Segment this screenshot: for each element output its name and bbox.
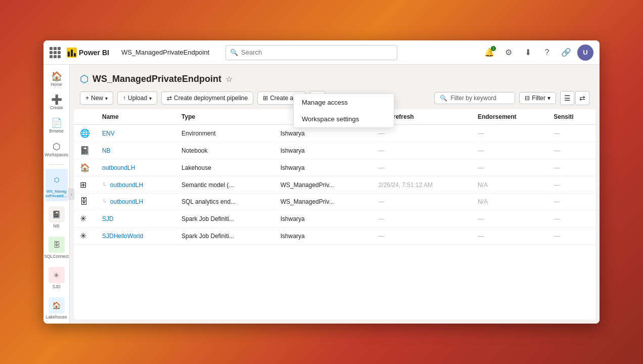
row-sensitivity-cell: — (547, 228, 595, 245)
row-owner-cell: Ishwarya (274, 210, 373, 228)
workspace-icon: ⬡ (80, 73, 88, 85)
row-icon-cell: 🌐 (74, 125, 96, 142)
sidebar-label-create: Create (50, 105, 63, 110)
row-owner-cell: Ishwarya (274, 159, 373, 176)
list-icon: ☰ (564, 94, 571, 102)
list-view-button[interactable]: ☰ (560, 91, 574, 105)
filter-input[interactable]: 🔍 Filter by keyword (434, 92, 515, 104)
nb-icon: 📓 (49, 206, 65, 222)
row-refresh-cell: — (373, 159, 472, 176)
lakehouse-icon: 🏠 (49, 297, 65, 313)
app-grid-icon[interactable] (50, 47, 61, 58)
sidebar-item-ws-main[interactable]: ⬡ WS_ManagedPrivateE... (45, 169, 68, 201)
sidebar-label-sjd: SJD (52, 284, 60, 289)
search-input[interactable] (241, 49, 393, 56)
item-type-icon: ✳ (80, 232, 86, 240)
sidebar-item-sjd[interactable]: ✳ SJD (45, 264, 68, 292)
row-endorsement-cell: — (472, 142, 547, 159)
settings-button[interactable]: ⚙ (500, 44, 517, 61)
items-table-container: Name Type Next refresh Endorsement Sensi… (74, 109, 595, 320)
help-button[interactable]: ? (539, 44, 555, 61)
row-name-cell: NB (96, 142, 175, 159)
share-button[interactable]: 🔗 (558, 44, 574, 61)
upload-label: Upload (128, 95, 147, 102)
col-header-name-label: Name (96, 109, 175, 125)
row-type-cell: SQL analytics end... (175, 194, 274, 210)
sidebar-item-browse[interactable]: 📄 Browse (45, 115, 68, 136)
item-name[interactable]: NB (102, 147, 111, 154)
dropdown-item-manage-access[interactable]: Manage access (294, 94, 394, 111)
sidebar-divider (49, 164, 65, 165)
filter-placeholder: Filter by keyword (450, 95, 496, 102)
row-refresh-cell: 2/26/24, 7:51:12 AM (373, 176, 472, 194)
search-box[interactable]: 🔍 (225, 45, 397, 60)
filter-button[interactable]: ⊟ Filter ▾ (519, 92, 556, 104)
help-icon: ? (545, 48, 549, 57)
item-type-icon: ✳ (80, 214, 86, 223)
item-name[interactable]: outboundLH (102, 164, 135, 171)
avatar[interactable]: U (577, 44, 593, 61)
row-name-cell: SJD (96, 210, 175, 228)
sidebar-item-sqlconnect[interactable]: 🗄 SQLConnect (45, 234, 68, 262)
item-name[interactable]: outboundLH (110, 181, 143, 189)
download-button[interactable]: ⬇ (520, 44, 536, 61)
filter-box: 🔍 Filter by keyword ⊟ Filter ▾ ☰ (434, 91, 589, 105)
item-name[interactable]: outboundLH (110, 198, 143, 205)
breadcrumb: WS_ManagedPrivateEndpoint (121, 49, 209, 56)
favorite-star-icon[interactable]: ☆ (225, 74, 233, 84)
row-type-cell: Semantic model (... (175, 176, 274, 194)
indent-indicator: └ (102, 182, 106, 188)
row-name-cell: ENV (96, 125, 175, 142)
dropdown-item-workspace-settings[interactable]: Workspace settings (294, 111, 394, 127)
ws-main-icon: ⬡ (49, 172, 65, 188)
filter-search-icon: 🔍 (440, 95, 447, 102)
row-name-cell: outboundLH (96, 159, 175, 176)
table-row: 🏠 outboundLH Lakehouse Ishwarya — — — (74, 159, 595, 176)
item-name[interactable]: SJD (102, 215, 114, 222)
row-type-cell: Spark Job Definiti... (175, 210, 274, 228)
sidebar-label-home: Home (51, 82, 62, 87)
sidebar-label-lakehouse: Lakehouse (46, 314, 67, 320)
create-deployment-pipeline-button[interactable]: ⇄ Create deployment pipeline (161, 92, 253, 105)
share-view-button[interactable]: ⇄ (575, 91, 589, 105)
sidebar-item-lakehouse[interactable]: 🏠 Lakehouse (45, 294, 68, 323)
sqlconnect-icon: 🗄 (49, 237, 65, 253)
create-icon: ➕ (51, 95, 62, 104)
sidebar: 🏠 Home ➕ Create 📄 Browse ⬡ Workspaces ⬡ … (43, 65, 70, 324)
sidebar-item-home[interactable]: 🏠 Home (45, 69, 68, 90)
item-name[interactable]: ENV (102, 130, 115, 137)
powerbi-logo-icon (67, 48, 77, 58)
item-name[interactable]: SJDHelloWorld (102, 233, 143, 240)
sidebar-item-workspaces[interactable]: ⬡ Workspaces (45, 139, 68, 160)
row-endorsement-cell: N/A (472, 176, 547, 194)
item-type-icon: 📓 (80, 146, 90, 155)
upload-icon: ↑ (123, 95, 126, 102)
row-sensitivity-cell: — (547, 176, 595, 194)
row-refresh-cell: — (373, 194, 472, 210)
col-header-type: Type (175, 109, 274, 125)
sidebar-label-browse: Browse (49, 128, 63, 133)
indent-indicator: └ (102, 199, 106, 205)
notifications-button[interactable]: 🔔 1 (481, 44, 497, 61)
notification-badge: 1 (491, 46, 496, 51)
row-refresh-cell: — (373, 228, 472, 245)
create-deployment-label: Create deployment pipeline (174, 95, 248, 102)
row-icon-cell: 🏠 (74, 159, 96, 176)
row-sensitivity-cell: — (547, 159, 595, 176)
titlebar-actions: 🔔 1 ⚙ ⬇ ? 🔗 U (481, 44, 593, 61)
col-header-name (74, 109, 96, 125)
row-sensitivity-cell: — (547, 125, 595, 142)
item-type-icon: 🌐 (80, 129, 90, 138)
powerbi-label: Power BI (79, 49, 109, 57)
row-name-cell: └ outboundLH (96, 176, 175, 194)
row-name-cell: └ outboundLH (96, 194, 175, 210)
sidebar-item-nb[interactable]: 📓 NB (45, 203, 68, 232)
new-button[interactable]: + New ▾ (80, 92, 113, 105)
sidebar-item-create[interactable]: ➕ Create (45, 92, 68, 113)
gear-icon: ⚙ (505, 48, 512, 57)
row-endorsement-cell: — (472, 125, 547, 142)
sidebar-collapse-handle[interactable]: › (68, 188, 74, 200)
table-row: 🗄 └ outboundLH SQL analytics end... WS_M… (74, 194, 595, 210)
upload-button[interactable]: ↑ Upload ▾ (117, 92, 157, 105)
titlebar: Power BI WS_ManagedPrivateEndpoint 🔍 🔔 1… (43, 40, 600, 65)
